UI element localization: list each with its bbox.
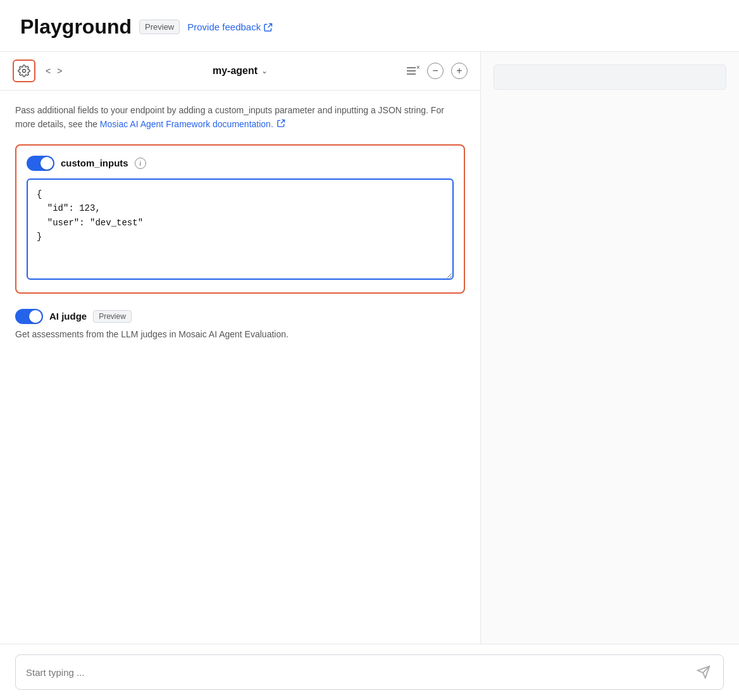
chat-input-wrapper [15, 654, 724, 690]
toolbar-left: < > [13, 59, 65, 82]
chat-input[interactable] [26, 667, 694, 678]
page-title: Playground [20, 15, 132, 39]
gear-icon [18, 65, 30, 77]
page-header: Playground Preview Provide feedback [0, 0, 739, 52]
doc-external-icon [277, 119, 285, 127]
feedback-link[interactable]: Provide feedback [187, 22, 273, 32]
nav-arrows: < > [43, 65, 65, 77]
send-icon [697, 665, 711, 679]
description-text: Pass additional fields to your endpoint … [15, 103, 465, 132]
agent-name: my-agent [213, 65, 258, 77]
svg-text:×: × [416, 66, 419, 71]
clear-icon: × [407, 66, 419, 76]
settings-panel: Pass additional fields to your endpoint … [0, 91, 480, 695]
plus-icon: + [456, 66, 462, 76]
custom-inputs-section: custom_inputs i { "id": 123, "user": "de… [15, 144, 465, 294]
decrease-button[interactable]: − [427, 63, 444, 79]
chat-input-area [0, 644, 739, 700]
toolbar-right: × − + [407, 63, 468, 79]
right-content [481, 52, 739, 695]
nav-right-arrow[interactable]: > [54, 65, 65, 77]
right-panel [481, 52, 739, 695]
custom-inputs-toggle[interactable] [27, 156, 54, 171]
agent-selector[interactable]: my-agent ⌄ [213, 65, 268, 77]
nav-left-arrow[interactable]: < [43, 65, 53, 77]
left-panel: < > my-agent ⌄ × − [0, 52, 481, 695]
toolbar: < > my-agent ⌄ × − [0, 52, 480, 91]
main-content: < > my-agent ⌄ × − [0, 52, 739, 695]
ai-judge-toggle-row: AI judge Preview [15, 309, 465, 324]
send-button[interactable] [694, 663, 713, 682]
framework-doc-link[interactable]: Mosiac AI Agent Framework documentation. [100, 119, 285, 129]
ai-judge-toggle-thumb [29, 310, 42, 323]
custom-inputs-label: custom_inputs [61, 158, 128, 168]
minus-icon: − [432, 66, 438, 76]
gear-button[interactable] [13, 59, 35, 82]
increase-button[interactable]: + [451, 63, 468, 79]
ai-judge-toggle[interactable] [15, 309, 43, 324]
clear-button[interactable]: × [407, 66, 419, 76]
ai-judge-description: Get assessments from the LLM judges in M… [15, 329, 465, 339]
right-placeholder [494, 65, 726, 90]
ai-judge-label: AI judge [49, 311, 87, 322]
info-icon[interactable]: i [135, 158, 146, 169]
preview-badge: Preview [139, 20, 180, 34]
ai-judge-section: AI judge Preview Get assessments from th… [15, 306, 465, 342]
json-input[interactable]: { "id": 123, "user": "dev_test" } [27, 178, 454, 280]
chevron-down-icon: ⌄ [261, 66, 268, 75]
toggle-thumb [40, 157, 53, 170]
feedback-label: Provide feedback [187, 22, 261, 32]
custom-inputs-toggle-row: custom_inputs i [27, 156, 454, 171]
external-link-icon [264, 23, 273, 32]
svg-point-0 [23, 70, 26, 73]
ai-judge-preview-badge: Preview [93, 310, 132, 323]
